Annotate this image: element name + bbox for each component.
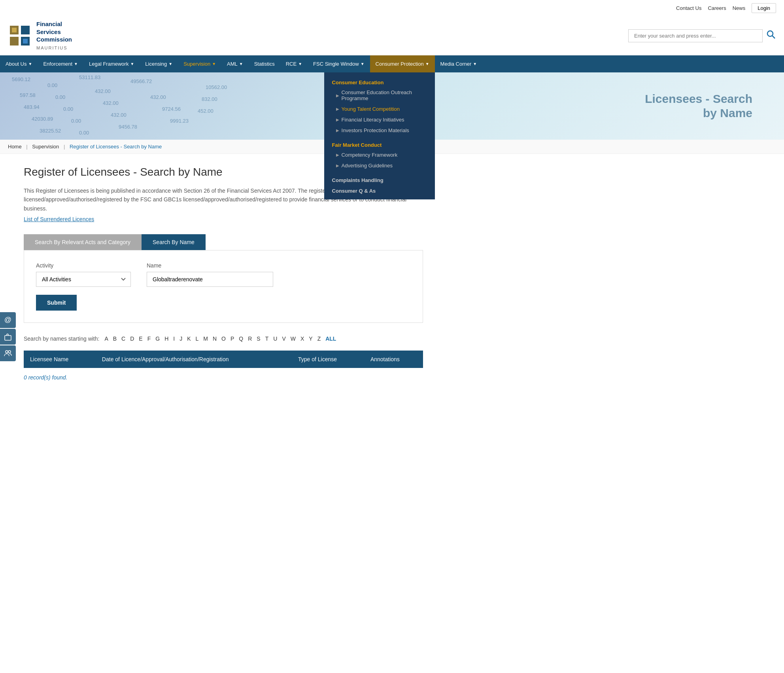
dropdown-item-competency[interactable]: ▶ Competency Framework bbox=[324, 150, 435, 160]
breadcrumb-home[interactable]: Home bbox=[8, 144, 22, 150]
alpha-p[interactable]: P bbox=[229, 335, 235, 343]
alpha-j[interactable]: J bbox=[178, 335, 183, 343]
alpha-w[interactable]: W bbox=[289, 335, 297, 343]
nav-supervision[interactable]: Supervision ▼ bbox=[178, 55, 221, 72]
fsc-logo bbox=[8, 24, 32, 47]
alpha-u[interactable]: U bbox=[272, 335, 278, 343]
alpha-search-label: Search by names starting with: bbox=[24, 336, 99, 342]
alpha-all[interactable]: ALL bbox=[324, 335, 337, 343]
breadcrumb-current: Register of Licensees - Search by Name bbox=[70, 144, 162, 150]
chevron-down-icon: ▼ bbox=[130, 62, 134, 66]
hero-text: Licensees - Search by Name bbox=[645, 92, 752, 120]
briefcase-sidebar-icon[interactable] bbox=[0, 329, 16, 345]
alpha-z[interactable]: Z bbox=[316, 335, 322, 343]
contact-us-link[interactable]: Contact Us bbox=[676, 5, 701, 11]
triangle-icon: ▶ bbox=[336, 93, 339, 98]
careers-link[interactable]: Careers bbox=[708, 5, 726, 11]
col-annotations: Annotations bbox=[364, 351, 423, 368]
alpha-g[interactable]: G bbox=[154, 335, 161, 343]
alpha-search: Search by names starting with: A B C D E… bbox=[24, 335, 423, 343]
consumer-protection-dropdown: Consumer Education ▶ Consumer Education … bbox=[324, 72, 435, 199]
breadcrumb-separator-2: | bbox=[64, 144, 65, 150]
triangle-icon: ▶ bbox=[336, 163, 339, 168]
alpha-r[interactable]: R bbox=[247, 335, 253, 343]
nav-aml[interactable]: AML ▼ bbox=[221, 55, 249, 72]
dropdown-item-investors-protection[interactable]: ▶ Investors Protection Materials bbox=[324, 125, 435, 136]
submit-button[interactable]: Submit bbox=[36, 295, 77, 311]
alpha-k[interactable]: K bbox=[186, 335, 192, 343]
top-bar: Contact Us Careers News Login bbox=[0, 0, 784, 16]
activity-label: Activity bbox=[36, 262, 131, 269]
alpha-s[interactable]: S bbox=[255, 335, 261, 343]
email-sidebar-icon[interactable]: @ bbox=[0, 312, 16, 328]
briefcase-icon bbox=[4, 332, 12, 341]
alpha-y[interactable]: Y bbox=[308, 335, 314, 343]
users-sidebar-icon[interactable] bbox=[0, 345, 16, 361]
dropdown-section-fair-market: Fair Market Conduct bbox=[324, 139, 435, 150]
alpha-x[interactable]: X bbox=[299, 335, 305, 343]
site-header: Financial Services Commission MAURITIUS bbox=[0, 16, 784, 55]
nav-statistics[interactable]: Statistics bbox=[249, 55, 280, 72]
alpha-d[interactable]: D bbox=[129, 335, 135, 343]
svg-point-6 bbox=[767, 31, 773, 36]
alpha-a[interactable]: A bbox=[103, 335, 109, 343]
chevron-down-icon: ▼ bbox=[28, 62, 32, 66]
svg-rect-5 bbox=[23, 39, 28, 44]
alpha-e[interactable]: E bbox=[138, 335, 144, 343]
logo-area: Financial Services Commission MAURITIUS bbox=[8, 20, 72, 51]
header-search bbox=[628, 29, 776, 42]
breadcrumb-separator: | bbox=[26, 144, 27, 150]
alpha-q[interactable]: Q bbox=[238, 335, 244, 343]
alpha-c[interactable]: C bbox=[120, 335, 127, 343]
activity-group: Activity All Activities bbox=[36, 262, 131, 287]
surrendered-licences-link[interactable]: List of Surrendered Licences bbox=[24, 216, 94, 222]
dropdown-item-young-talent[interactable]: ▶ Young Talent Competition bbox=[324, 104, 435, 114]
alpha-l[interactable]: L bbox=[195, 335, 200, 343]
alpha-n[interactable]: N bbox=[212, 335, 218, 343]
nav-about-us[interactable]: About Us ▼ bbox=[0, 55, 38, 72]
search-form: Activity All Activities Name Submit bbox=[24, 250, 423, 323]
alpha-v[interactable]: V bbox=[281, 335, 287, 343]
alpha-b[interactable]: B bbox=[112, 335, 118, 343]
search-input[interactable] bbox=[628, 29, 763, 42]
chevron-down-icon: ▼ bbox=[361, 62, 365, 66]
alpha-f[interactable]: F bbox=[146, 335, 152, 343]
nav-fsc-single-window[interactable]: FSC Single Window ▼ bbox=[308, 55, 370, 72]
login-button[interactable]: Login bbox=[752, 3, 776, 13]
table-header-row: Licensee Name Date of Licence/Approval/A… bbox=[24, 351, 423, 368]
search-button[interactable] bbox=[766, 29, 776, 42]
name-group: Name bbox=[147, 262, 273, 287]
dropdown-item-outreach[interactable]: ▶ Consumer Education Outreach Programme bbox=[324, 87, 435, 104]
nav-consumer-protection-wrapper: Consumer Protection ▼ Consumer Education… bbox=[370, 55, 435, 72]
dropdown-item-financial-literacy[interactable]: ▶ Financial Literacy Initiatives bbox=[324, 114, 435, 125]
nav-media-corner[interactable]: Media Corner ▼ bbox=[435, 55, 483, 72]
breadcrumb-supervision[interactable]: Supervision bbox=[32, 144, 59, 150]
alpha-i[interactable]: I bbox=[172, 335, 176, 343]
name-input[interactable] bbox=[147, 272, 273, 287]
svg-rect-1 bbox=[10, 37, 19, 45]
chevron-down-icon: ▼ bbox=[168, 62, 172, 66]
search-icon bbox=[766, 29, 776, 40]
svg-line-7 bbox=[773, 36, 775, 39]
alpha-h[interactable]: H bbox=[163, 335, 170, 343]
svg-rect-8 bbox=[5, 336, 11, 340]
chevron-down-icon: ▼ bbox=[212, 62, 216, 66]
nav-consumer-protection[interactable]: Consumer Protection ▼ bbox=[370, 55, 435, 72]
nav-enforcement[interactable]: Enforcement ▼ bbox=[38, 55, 83, 72]
nav-legal-framework[interactable]: Legal Framework ▼ bbox=[83, 55, 140, 72]
tab-relevant-acts[interactable]: Search By Relevant Acts and Category bbox=[24, 234, 142, 250]
tab-search-by-name[interactable]: Search By Name bbox=[142, 234, 206, 250]
col-licensee-name: Licensee Name bbox=[24, 351, 96, 368]
dropdown-item-advertising[interactable]: ▶ Advertising Guidelines bbox=[324, 160, 435, 171]
nav-licensing[interactable]: Licensing ▼ bbox=[140, 55, 178, 72]
news-link[interactable]: News bbox=[733, 5, 746, 11]
col-date: Date of Licence/Approval/Authorisation/R… bbox=[96, 351, 292, 368]
chevron-down-icon: ▼ bbox=[473, 62, 477, 66]
activity-select[interactable]: All Activities bbox=[36, 272, 131, 287]
alpha-o[interactable]: O bbox=[220, 335, 227, 343]
nav-rce[interactable]: RCE ▼ bbox=[280, 55, 308, 72]
dropdown-section-consumer-education: Consumer Education bbox=[324, 76, 435, 87]
alpha-m[interactable]: M bbox=[202, 335, 209, 343]
chevron-down-icon: ▼ bbox=[298, 62, 302, 66]
alpha-t[interactable]: T bbox=[264, 335, 270, 343]
